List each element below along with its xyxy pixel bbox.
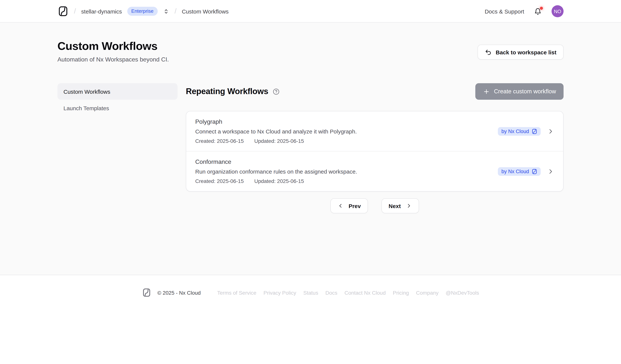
footer-link-privacy[interactable]: Privacy Policy: [264, 290, 296, 296]
breadcrumb-separator: /: [174, 7, 177, 15]
page-subtitle: Automation of Nx Workspaces beyond CI.: [57, 56, 169, 63]
badge-label: by Nx Cloud: [501, 169, 529, 174]
footer-link-docs[interactable]: Docs: [325, 290, 337, 296]
footer-link-status[interactable]: Status: [303, 290, 318, 296]
footer-link-nxdevtools[interactable]: @NxDevTools: [446, 290, 479, 296]
nx-logo-icon[interactable]: [57, 6, 69, 17]
sidebar-item-label: Launch Templates: [63, 105, 109, 111]
workflow-created: Created: 2025-06-15: [195, 138, 244, 144]
pagination: Prev Next: [186, 198, 564, 213]
workflows-list: Polygraph Connect a workspace to Nx Clou…: [186, 111, 564, 191]
footer-link-company[interactable]: Company: [416, 290, 439, 296]
docs-support-link[interactable]: Docs & Support: [485, 8, 524, 15]
enterprise-badge: Enterprise: [127, 7, 158, 16]
sidebar-item-custom-workflows[interactable]: Custom Workflows: [57, 83, 178, 100]
page-title: Custom Workflows: [57, 40, 169, 52]
by-nx-cloud-badge[interactable]: by Nx Cloud: [498, 127, 541, 136]
chevron-right-icon: [547, 168, 554, 175]
create-button-label: Create custom workflow: [494, 88, 556, 95]
footer-link-contact[interactable]: Contact Nx Cloud: [345, 290, 386, 296]
workflow-description: Connect a workspace to Nx Cloud and anal…: [195, 128, 357, 135]
next-page-button[interactable]: Next: [381, 198, 419, 213]
notification-dot: [540, 7, 543, 10]
prev-page-button[interactable]: Prev: [331, 198, 368, 213]
main-content: Custom Workflows Automation of Nx Worksp…: [0, 22, 621, 275]
workflow-row-polygraph[interactable]: Polygraph Connect a workspace to Nx Clou…: [186, 111, 563, 151]
chevron-left-icon: [338, 203, 344, 209]
workflow-description: Run organization conformance rules on th…: [195, 168, 357, 175]
breadcrumb-separator: /: [74, 7, 76, 15]
nx-logo-icon: [532, 169, 537, 174]
sidebar-item-launch-templates[interactable]: Launch Templates: [57, 100, 178, 116]
footer-link-pricing[interactable]: Pricing: [393, 290, 409, 296]
create-custom-workflow-button[interactable]: Create custom workflow: [475, 83, 564, 100]
nx-logo-icon: [142, 288, 151, 297]
workspace-selector-icon[interactable]: [163, 8, 169, 15]
avatar[interactable]: NO: [552, 5, 564, 17]
nx-logo-icon: [532, 128, 537, 134]
breadcrumb-page[interactable]: Custom Workflows: [182, 8, 229, 15]
next-label: Next: [389, 203, 401, 209]
top-bar: / stellar-dynamics Enterprise / Custom W…: [0, 0, 621, 22]
footer-links: Terms of Service Privacy Policy Status D…: [217, 290, 479, 296]
notifications-button[interactable]: [534, 7, 542, 15]
by-nx-cloud-badge[interactable]: by Nx Cloud: [498, 167, 541, 176]
back-button-label: Back to workspace list: [496, 49, 556, 55]
help-icon[interactable]: [272, 88, 279, 95]
section-title: Repeating Workflows: [186, 87, 268, 96]
workflow-name: Conformance: [195, 158, 357, 165]
footer-link-terms[interactable]: Terms of Service: [217, 290, 257, 296]
sidebar-item-label: Custom Workflows: [63, 88, 110, 95]
chevron-right-icon: [547, 128, 554, 135]
back-to-workspace-list-button[interactable]: Back to workspace list: [478, 45, 564, 60]
workflow-updated: Updated: 2025-06-15: [254, 178, 304, 184]
top-bar-right: Docs & Support NO: [485, 5, 564, 17]
workflow-row-conformance[interactable]: Conformance Run organization conformance…: [186, 151, 563, 191]
copyright: © 2025 - Nx Cloud: [157, 290, 201, 296]
prev-label: Prev: [349, 203, 361, 209]
breadcrumb-workspace[interactable]: stellar-dynamics: [81, 8, 122, 15]
sub-navigation: Custom Workflows Launch Templates: [57, 83, 178, 116]
undo-arrow-icon: [485, 48, 492, 56]
repeating-workflows-section: Repeating Workflows: [186, 83, 564, 213]
workflow-name: Polygraph: [195, 118, 357, 125]
workflow-updated: Updated: 2025-06-15: [254, 138, 304, 144]
chevron-right-icon: [406, 203, 412, 209]
workflow-created: Created: 2025-06-15: [195, 178, 244, 184]
breadcrumb: / stellar-dynamics Enterprise / Custom W…: [57, 6, 229, 17]
footer: © 2025 - Nx Cloud Terms of Service Priva…: [0, 275, 621, 364]
app-root: / stellar-dynamics Enterprise / Custom W…: [0, 0, 621, 364]
page-header: Custom Workflows Automation of Nx Worksp…: [57, 22, 564, 63]
badge-label: by Nx Cloud: [501, 128, 529, 134]
plus-icon: [483, 88, 490, 95]
